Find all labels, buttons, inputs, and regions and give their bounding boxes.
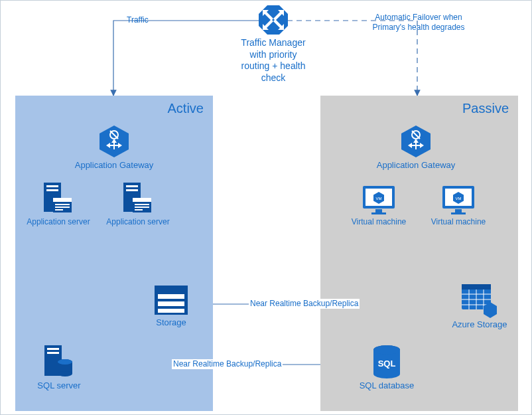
passive-app-gateway-icon: [399, 124, 433, 159]
vm-1-icon: VM: [362, 185, 395, 214]
svg-point-58: [373, 369, 400, 378]
svg-rect-21: [155, 286, 188, 291]
svg-text:VM: VM: [456, 197, 462, 201]
vm-2-icon: VM: [442, 185, 475, 214]
app-gateway-icon: [97, 124, 131, 159]
passive-title: Passive: [462, 101, 509, 116]
svg-rect-23: [158, 301, 184, 306]
svg-marker-0: [259, 5, 288, 35]
failover-label: Automatic Failover when Primary's health…: [352, 13, 485, 33]
svg-rect-19: [135, 209, 143, 210]
svg-rect-44: [451, 212, 466, 214]
svg-point-31: [58, 359, 72, 365]
svg-point-30: [58, 371, 72, 376]
svg-point-59: [373, 345, 400, 355]
traffic-manager-caption: Traffic Manager with priority routing + …: [233, 37, 314, 84]
svg-rect-43: [455, 209, 462, 212]
svg-rect-24: [158, 309, 184, 313]
storage-label: Storage: [147, 317, 196, 328]
svg-rect-48: [462, 284, 491, 290]
svg-rect-5: [46, 185, 58, 187]
svg-rect-27: [47, 352, 59, 354]
svg-rect-22: [158, 294, 184, 299]
svg-rect-18: [135, 207, 149, 208]
app-server-2-label: Application server: [101, 217, 174, 227]
sql-server-label: SQL server: [34, 380, 84, 391]
svg-rect-9: [55, 204, 70, 205]
svg-rect-13: [126, 185, 138, 187]
active-title: Active: [168, 101, 204, 116]
sql-replica-label: Near Realtime Backup/Replica: [172, 359, 283, 369]
sql-database-icon: SQL: [372, 345, 401, 379]
svg-text:SQL: SQL: [378, 359, 396, 369]
storage-icon: [154, 285, 188, 315]
svg-rect-17: [135, 204, 149, 205]
svg-rect-16: [133, 198, 151, 202]
sql-database-label: SQL database: [355, 380, 419, 391]
svg-rect-38: [371, 212, 386, 214]
svg-rect-11: [55, 209, 63, 210]
sql-server-icon: [43, 345, 74, 379]
azure-storage-label: Azure Storage: [448, 319, 511, 330]
app-server-1-icon: [42, 182, 73, 215]
svg-rect-26: [47, 348, 59, 350]
storage-replica-label: Near Realtime Backup/Replica: [249, 299, 360, 309]
architecture-diagram: Traffic Manager with priority routing + …: [0, 0, 532, 415]
azure-storage-icon: [461, 284, 498, 318]
svg-text:VM: VM: [376, 197, 382, 201]
app-server-2-icon: [122, 182, 153, 215]
svg-rect-10: [55, 207, 70, 208]
passive-app-gateway-label: Application Gateway: [374, 160, 458, 171]
app-server-1-label: Application server: [22, 217, 95, 227]
svg-rect-8: [53, 198, 72, 202]
svg-rect-6: [46, 189, 58, 191]
vm-2-label: Virtual machine: [423, 217, 494, 227]
traffic-label: Traffic: [127, 15, 149, 25]
traffic-manager-icon: [258, 5, 289, 35]
svg-rect-37: [375, 209, 382, 212]
svg-rect-14: [126, 189, 138, 191]
active-app-gateway-label: Application Gateway: [72, 160, 156, 171]
vm-1-label: Virtual machine: [344, 217, 414, 227]
